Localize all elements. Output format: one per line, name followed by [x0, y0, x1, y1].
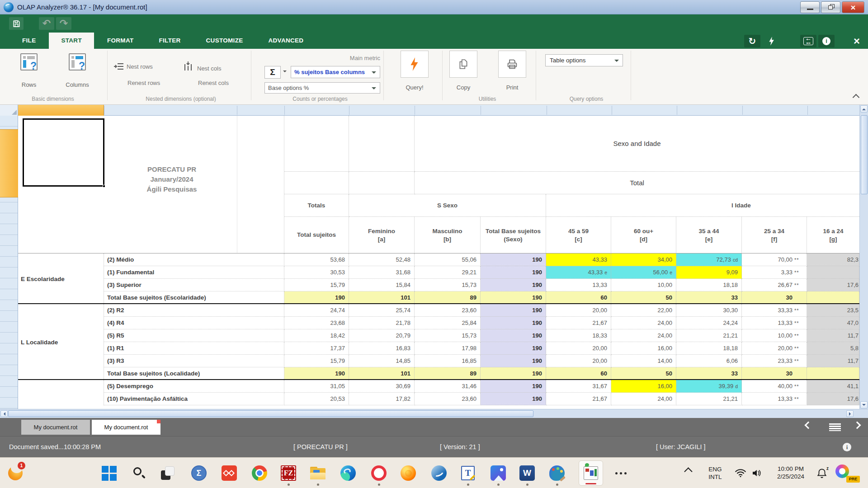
opera-icon[interactable]	[370, 464, 388, 482]
header-cell[interactable]	[349, 172, 415, 194]
column-header-35-44[interactable]: 35 a 44[e]	[676, 217, 742, 253]
cell[interactable]: 52,48	[349, 253, 415, 266]
renest-cols-button[interactable]: Renest cols	[198, 80, 229, 86]
ribbon-tab-advanced[interactable]: ADVANCED	[256, 33, 316, 49]
row-label[interactable]: (5) Desemprego	[104, 380, 284, 393]
file-explorer-icon[interactable]	[309, 464, 327, 482]
cell[interactable]: 23,60	[415, 393, 481, 405]
refresh-button[interactable]: ↻	[744, 35, 760, 47]
cell[interactable]: 18,42	[284, 329, 349, 342]
cell[interactable]: 53,68	[284, 253, 349, 266]
cell[interactable]: 23,68	[284, 317, 349, 329]
main-metric-select[interactable]: % sujeitos Base columns	[291, 66, 380, 78]
notification-app-icon[interactable]: 1	[6, 464, 24, 482]
cell[interactable]: 17,6	[807, 393, 859, 405]
sigma-dropdown-icon[interactable]	[283, 70, 287, 74]
header-cell[interactable]	[284, 172, 349, 194]
cell[interactable]: 15,73	[415, 329, 481, 342]
cell[interactable]: 23,33**	[742, 355, 807, 367]
do-not-disturb-icon[interactable]: z	[816, 468, 827, 479]
cell[interactable]: 56,00e	[611, 266, 676, 279]
cell[interactable]: 33	[676, 367, 742, 380]
textpad-icon[interactable]: T	[459, 464, 477, 482]
task-view-button[interactable]	[159, 464, 177, 482]
dimension-label[interactable]	[18, 380, 104, 405]
cell[interactable]: 21,67	[546, 393, 611, 405]
header-cell[interactable]	[284, 116, 349, 172]
cell[interactable]: 15,73	[415, 279, 481, 291]
cell[interactable]: 190	[481, 367, 546, 380]
cell[interactable]: 21,21	[676, 393, 742, 405]
cell[interactable]: 101	[349, 367, 415, 380]
selected-column-header[interactable]	[18, 105, 104, 116]
chrome-icon[interactable]	[250, 464, 269, 482]
minimize-button[interactable]	[800, 1, 820, 13]
cell[interactable]: 72,73cd	[676, 253, 742, 266]
cell[interactable]: 21,78	[349, 317, 415, 329]
header-totals[interactable]: Totals	[284, 194, 349, 217]
cell[interactable]: 30,30	[676, 304, 742, 317]
diamonds-app-icon[interactable]	[220, 464, 238, 482]
cell[interactable]: 190	[284, 291, 349, 304]
dimension-label[interactable]: E Escolaridade	[18, 253, 104, 304]
columns-button[interactable]: ?	[69, 53, 86, 70]
cell[interactable]: 20,00**	[742, 342, 807, 355]
document-tab[interactable]: My document.rot	[21, 420, 90, 435]
cell[interactable]: 30	[742, 367, 807, 380]
cell[interactable]: 17,82	[349, 393, 415, 405]
cell[interactable]: 43,33e	[546, 266, 611, 279]
cell[interactable]: 10,00**	[742, 329, 807, 342]
document-tab-active[interactable]: My document.rot	[92, 420, 160, 435]
restore-button[interactable]	[821, 1, 840, 13]
cell[interactable]: 24,24	[676, 317, 742, 329]
cell[interactable]: 89	[415, 291, 481, 304]
cell[interactable]: 190	[481, 317, 546, 329]
cell[interactable]: 5,8	[807, 342, 859, 355]
paint-icon[interactable]	[548, 464, 566, 482]
horizontal-scroll-thumb[interactable]	[8, 410, 533, 417]
cell[interactable]: 190	[481, 304, 546, 317]
cell[interactable]: 101	[349, 291, 415, 304]
clock[interactable]: 10:00 PM 2/25/2024	[769, 465, 813, 480]
scroll-right-button[interactable]	[846, 410, 854, 417]
cell[interactable]: 6,06	[676, 355, 742, 367]
column-header-strip[interactable]	[0, 105, 859, 116]
base-options-select[interactable]: Base options %	[264, 82, 380, 94]
ribbon-tab-customize[interactable]: CUSTOMIZE	[194, 33, 255, 49]
print-button[interactable]	[498, 51, 526, 78]
cell[interactable]: 20,00	[546, 342, 611, 355]
vertical-scroll-thumb[interactable]	[861, 115, 868, 194]
row-label[interactable]: (10) Pavimentação Asfáltica	[104, 393, 284, 405]
row-header-strip[interactable]	[0, 116, 18, 409]
close-button[interactable]	[842, 1, 864, 13]
cell[interactable]: 190	[481, 380, 546, 393]
cell[interactable]: 15,79	[284, 279, 349, 291]
cell[interactable]: 22,00	[611, 304, 676, 317]
cell[interactable]: 13,33**	[742, 317, 807, 329]
row-label[interactable]: Total Base sujeitos (Localidade)	[104, 367, 284, 380]
row-label[interactable]: (2) R2	[104, 304, 284, 317]
cell[interactable]: 30,53	[284, 266, 349, 279]
header-i-idade[interactable]: I Idade	[546, 194, 859, 217]
cell[interactable]: 31,67	[546, 380, 611, 393]
cell[interactable]: 30,69	[349, 380, 415, 393]
scroll-left-button[interactable]	[0, 410, 8, 417]
horizontal-scrollbar[interactable]	[0, 409, 868, 418]
cell[interactable]	[807, 266, 859, 279]
query-button[interactable]	[401, 51, 429, 78]
cell[interactable]: 13,33**	[742, 393, 807, 405]
column-header-16-24[interactable]: 16 a 24[g]	[807, 217, 859, 253]
nest-cols-button[interactable]: Nest cols	[197, 65, 221, 72]
cell[interactable]: 25,74	[349, 304, 415, 317]
quick-query-button[interactable]	[765, 35, 778, 47]
row-label[interactable]: (1) Fundamental	[104, 266, 284, 279]
column-header-45-59[interactable]: 45 a 59[c]	[546, 217, 611, 253]
cell[interactable]	[807, 291, 859, 304]
cell[interactable]: 29,21	[415, 266, 481, 279]
sigma-app-icon[interactable]: Σ	[190, 464, 208, 482]
row-label[interactable]: (4) R4	[104, 317, 284, 329]
select-all-corner[interactable]	[0, 105, 18, 116]
header-s-sexo[interactable]: S Sexo	[349, 194, 546, 217]
header-total[interactable]: Total	[415, 172, 859, 194]
cell[interactable]: 190	[481, 329, 546, 342]
